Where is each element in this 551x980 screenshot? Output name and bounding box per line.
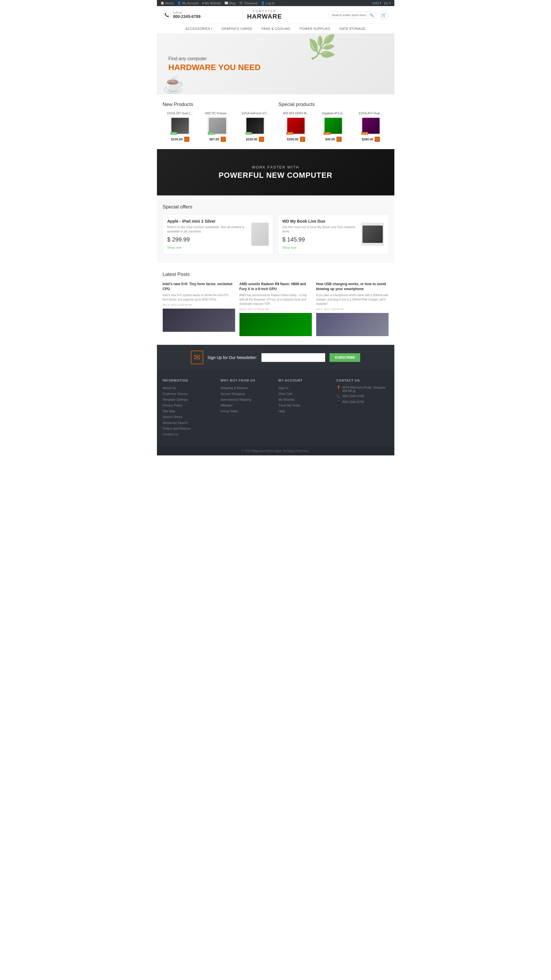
product-name-2: EVGA GeForce GT... — [237, 112, 272, 115]
sign-in-link[interactable]: Sign In — [279, 386, 288, 390]
search-icon: 🔍 — [369, 13, 374, 17]
main-navigation: Accessories ▾ Graphics Cards Fans & Cool… — [157, 24, 394, 33]
list-item: International Shipping — [221, 397, 273, 402]
banner-subtitle: WORK FASTER WITH — [252, 165, 299, 169]
checkout-link[interactable]: 🛒 Checkout — [239, 1, 257, 5]
newsletter-email-input[interactable] — [261, 353, 325, 362]
shop-now-0[interactable]: Shop now — [167, 246, 182, 249]
offer-desc-0: Refers to the total number worldwide. No… — [167, 225, 252, 234]
my-account-link[interactable]: 👤 My Account — [177, 1, 199, 5]
special-price-cart-0: $200.00 🛒 — [279, 137, 314, 142]
advanced-search-link[interactable]: Advanced Search — [163, 421, 188, 425]
newsletter-subscribe-button[interactable]: SUBSCRIBE — [330, 353, 360, 362]
search-input[interactable] — [332, 13, 369, 17]
orders-returns-link[interactable]: Orders and Returns — [163, 427, 191, 430]
wishlist-link[interactable]: ♥ My Wishlist — [202, 1, 221, 5]
nav-storage[interactable]: Data Storage — [335, 24, 370, 33]
phone-icon: 📞 — [163, 11, 171, 19]
my-wishlist-link[interactable]: My Wishlist — [279, 398, 295, 401]
badge-new-1: NEW — [208, 132, 214, 135]
footer-contact: CONTACT US 📍 4578 Marmora Road, Glasgow … — [336, 379, 389, 438]
special-price-cart-2: $280.00 🛒 — [353, 137, 388, 142]
special-offers-section: Special offers Apple - iPad mini 2 Silve… — [157, 196, 394, 263]
footer-why-buy-list: Shipping & Returns Secure Shopping Inter… — [221, 386, 273, 413]
nav-graphics[interactable]: Graphics Cards — [217, 24, 257, 33]
home-link[interactable]: 🏠 Home — [161, 1, 174, 5]
offer-price-1: $ 145.99 — [282, 236, 361, 243]
search-terms-link[interactable]: Search Terms — [163, 415, 182, 418]
search-box[interactable]: 🔍 — [329, 11, 377, 19]
template-settings-link[interactable]: Template Settings — [163, 398, 188, 401]
contact-us-link[interactable]: Contact Us — [163, 433, 178, 436]
list-item: Advanced Search — [163, 420, 215, 425]
nav-accessories[interactable]: Accessories ▾ — [181, 24, 217, 33]
footer-contact-title: CONTACT US — [336, 379, 389, 382]
product-img-inner-1 — [209, 118, 226, 134]
offer-name-1: WD My Book Live Duo — [282, 219, 361, 223]
add-to-cart-2[interactable]: 🛒 — [259, 137, 264, 142]
phone2-text: 800-2345-6790 — [342, 400, 364, 404]
phone-number: 800-2345-6789 — [173, 14, 201, 19]
post-image-2 — [316, 313, 389, 336]
top-bar-right: USD ▾ En ▾ — [372, 1, 391, 5]
list-item: Privacy Policy — [163, 403, 215, 407]
cart-button[interactable]: 🛒 — [379, 10, 389, 20]
post-date-2: Jun 8, 2012 7:28:34 AM — [316, 308, 389, 311]
product-price-1: $87.00 — [209, 137, 219, 141]
help-link[interactable]: Help — [279, 409, 285, 413]
phone1-text: 800-2345-6789 — [342, 394, 364, 398]
product-name: EVGA Z87 Dual C... — [163, 112, 198, 115]
footer-information: INFORMATION About Us Customer Service Te… — [163, 379, 215, 438]
nav-fans[interactable]: Fans & Cooling — [257, 24, 295, 33]
shop-now-1[interactable]: Shop now — [282, 246, 296, 249]
top-bar-links: 🏠 Home 👤 My Account ♥ My Wishlist 📰 Blog… — [161, 1, 275, 5]
international-shipping-link[interactable]: International Shipping — [221, 398, 251, 401]
nav-power[interactable]: Power Supplies — [295, 24, 335, 33]
affiliates-link[interactable]: Affiliates — [221, 404, 233, 407]
add-special-1[interactable]: 🛒 — [336, 137, 342, 142]
special-price-0: $200.00 — [287, 137, 298, 141]
special-product-img-0 — [287, 118, 304, 134]
product-image-2: NEW — [245, 116, 265, 135]
contact-phone1: 📞 800-2345-6789 — [336, 394, 389, 398]
currency-selector[interactable]: USD ▾ — [372, 1, 381, 5]
post-date-0: Nov 8, 2015 12:58:34 PM — [163, 304, 235, 306]
list-item: About Us — [163, 386, 215, 390]
track-order-link[interactable]: Track My Order — [279, 404, 301, 407]
shipping-returns-link[interactable]: Shipping & Returns — [221, 386, 248, 390]
site-map-link[interactable]: Site Map — [163, 409, 175, 413]
special-products-column: Special products MSI ATX DDR3 M... SALE … — [279, 102, 389, 142]
post-title-2: How USB charging works, or how to avoid … — [316, 282, 389, 291]
special-price-2: $280.00 — [361, 137, 373, 141]
header: 📞 Call us: 800-2345-6789 COMPUTER HARWAR… — [157, 6, 394, 24]
special-product-img-2 — [362, 118, 380, 134]
customer-service-link[interactable]: Customer Service — [163, 392, 188, 396]
footer-columns: INFORMATION About Us Customer Service Te… — [163, 379, 389, 438]
login-link[interactable]: 👤 Log In — [261, 1, 275, 5]
logo-top: COMPUTER — [247, 10, 282, 13]
post-title-0: Intel's new 5×5: Tiny form factor, socke… — [163, 282, 235, 291]
special-product-image-0: SALE — [286, 116, 306, 135]
view-cart-link[interactable]: View Cart — [279, 392, 292, 396]
about-us-link[interactable]: About Us — [163, 386, 176, 390]
header-phone: 📞 Call us: 800-2345-6789 — [163, 11, 201, 19]
group-sales-link[interactable]: Group Sales — [221, 409, 238, 413]
add-special-2[interactable]: 🛒 — [375, 137, 380, 142]
special-product-img-1 — [325, 118, 342, 134]
new-products-column: New Products EVGA Z87 Dual C... NEW $235… — [163, 102, 273, 142]
special-price-cart-1: $40.00 🛒 — [316, 137, 351, 142]
privacy-policy-link[interactable]: Privacy Policy — [163, 404, 182, 407]
blog-link[interactable]: 📰 Blog — [225, 1, 236, 5]
post-img-1 — [239, 313, 312, 336]
add-special-0[interactable]: 🛒 — [300, 137, 305, 142]
site-logo[interactable]: COMPUTER HARWARE — [247, 10, 282, 20]
header-right: 🔍 🛒 — [329, 10, 389, 20]
secure-shopping-link[interactable]: Secure Shopping — [221, 392, 245, 396]
add-to-cart-1[interactable]: 🛒 — [221, 137, 226, 142]
special-product-name-0: MSI ATX DDR3 M... — [279, 112, 314, 115]
offers-grid: Apple - iPad mini 2 Silver Refers to the… — [163, 214, 389, 254]
hero-subtitle: Find any computer — [169, 56, 261, 61]
hero-plant-decoration: 🌿 — [307, 33, 336, 61]
language-selector[interactable]: En ▾ — [384, 1, 390, 5]
add-to-cart-0[interactable]: 🛒 — [184, 137, 190, 142]
